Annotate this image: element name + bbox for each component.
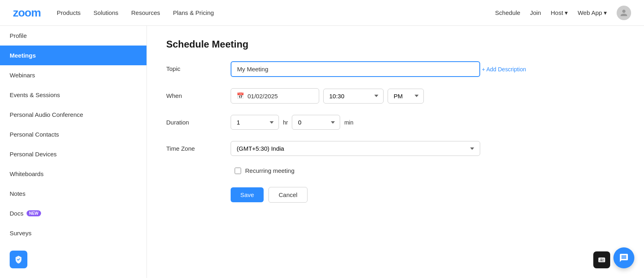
action-buttons: Save Cancel <box>166 187 625 203</box>
min-label: min <box>344 119 353 126</box>
save-button[interactable]: Save <box>231 187 264 202</box>
timezone-row: Time Zone (GMT+5:30) India (GMT+0:00) UT… <box>166 141 625 156</box>
user-avatar[interactable] <box>617 6 631 20</box>
main-layout: Profile Meetings Webinars Events & Sessi… <box>0 26 644 278</box>
sidebar-item-profile[interactable]: Profile <box>0 26 147 46</box>
recurring-row: Recurring meeting <box>166 167 625 174</box>
duration-row: Duration 0 1 2 3 4 hr 0 15 30 45 <box>166 115 625 130</box>
nav-schedule[interactable]: Schedule <box>495 9 520 16</box>
topic-label: Topic <box>166 61 231 72</box>
security-badge[interactable] <box>10 251 27 268</box>
ampm-select[interactable]: AM PM <box>388 89 424 104</box>
recurring-checkbox[interactable] <box>235 168 241 174</box>
add-description-button[interactable]: + Add Description <box>482 66 526 73</box>
topic-row: Topic + Add Description <box>166 61 625 77</box>
nav-resources[interactable]: Resources <box>131 9 160 16</box>
topnav-right: Schedule Join Host ▾ Web App ▾ <box>495 6 631 20</box>
sidebar-item-meetings[interactable]: Meetings <box>0 46 147 65</box>
duration-min-select[interactable]: 0 15 30 45 <box>292 115 340 130</box>
sidebar: Profile Meetings Webinars Events & Sessi… <box>0 26 147 278</box>
sidebar-item-surveys[interactable]: Surveys <box>0 223 147 243</box>
sidebar-item-audio-conference[interactable]: Personal Audio Conference <box>0 105 147 124</box>
nav-solutions[interactable]: Solutions <box>93 9 118 16</box>
sidebar-item-devices[interactable]: Personal Devices <box>0 144 147 164</box>
timezone-select[interactable]: (GMT+5:30) India (GMT+0:00) UTC (GMT-5:0… <box>231 141 480 156</box>
sidebar-item-notes[interactable]: Notes <box>0 184 147 203</box>
sidebar-item-webinars[interactable]: Webinars <box>0 65 147 85</box>
duration-controls: 0 1 2 3 4 hr 0 15 30 45 min <box>231 115 625 130</box>
calendar-icon: 📅 <box>237 92 244 100</box>
topic-field: + Add Description <box>231 61 625 77</box>
hr-label: hr <box>283 119 288 126</box>
main-content: Schedule Meeting Topic + Add Description… <box>147 26 644 278</box>
sidebar-item-whiteboards[interactable]: Whiteboards <box>0 164 147 184</box>
nav-host[interactable]: Host ▾ <box>551 9 568 17</box>
date-picker[interactable]: 📅 01/02/2025 <box>231 88 319 104</box>
nav-plans-pricing[interactable]: Plans & Pricing <box>173 9 214 16</box>
duration-label: Duration <box>166 115 231 126</box>
sidebar-item-events[interactable]: Events & Sessions <box>0 85 147 105</box>
duration-hr-select[interactable]: 0 1 2 3 4 <box>231 115 279 130</box>
when-label: When <box>166 88 231 99</box>
timezone-field: (GMT+5:30) India (GMT+0:00) UTC (GMT-5:0… <box>231 141 625 156</box>
recurring-label: Recurring meeting <box>245 167 295 174</box>
nav-webapp[interactable]: Web App ▾ <box>578 9 607 17</box>
chat-fab-button[interactable] <box>613 247 634 268</box>
when-field: 📅 01/02/2025 10:00 10:30 11:00 11:30 AM … <box>231 88 625 104</box>
date-value: 01/02/2025 <box>248 93 278 100</box>
nav-products[interactable]: Products <box>57 9 80 16</box>
sidebar-item-docs[interactable]: Docs NEW <box>0 203 147 223</box>
topic-input[interactable] <box>231 61 480 77</box>
cancel-button[interactable]: Cancel <box>268 187 308 203</box>
duration-field: 0 1 2 3 4 hr 0 15 30 45 min <box>231 115 625 130</box>
zoom-logo[interactable]: zoom <box>13 6 41 19</box>
when-controls: 📅 01/02/2025 10:00 10:30 11:00 11:30 AM … <box>231 88 625 104</box>
nav-join[interactable]: Join <box>530 9 541 16</box>
topnav: zoom Products Solutions Resources Plans … <box>0 0 644 26</box>
time-select[interactable]: 10:00 10:30 11:00 11:30 <box>323 89 384 104</box>
shortcut-button[interactable] <box>593 251 610 268</box>
sidebar-item-contacts[interactable]: Personal Contacts <box>0 124 147 144</box>
page-title: Schedule Meeting <box>166 39 625 50</box>
when-row: When 📅 01/02/2025 10:00 10:30 11:00 11:3… <box>166 88 625 104</box>
topnav-links: Products Solutions Resources Plans & Pri… <box>57 9 495 16</box>
timezone-label: Time Zone <box>166 141 231 152</box>
docs-badge: NEW <box>27 210 41 216</box>
